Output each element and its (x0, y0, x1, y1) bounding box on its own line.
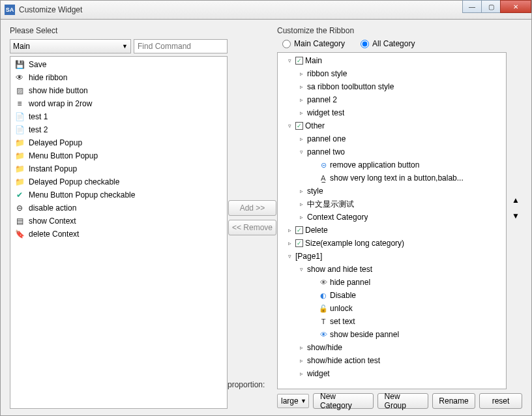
expand-closed-icon[interactable]: ▹ (286, 227, 293, 233)
command-item[interactable]: ▤show Context (12, 215, 226, 228)
command-item[interactable]: 📁Instant Popup (12, 162, 226, 175)
expand-closed-icon[interactable]: ▹ (298, 357, 305, 364)
radio-main-input[interactable] (282, 40, 291, 48)
tree-checkbox[interactable]: ✓ (295, 239, 303, 247)
expand-open-icon[interactable]: ▿ (286, 57, 293, 64)
expand-closed-icon[interactable]: ▹ (298, 344, 305, 351)
command-item[interactable]: 📄test 2 (12, 123, 226, 136)
tree-row[interactable]: ▹widget (279, 367, 505, 380)
command-item[interactable]: 📁Delayed Popup (12, 136, 226, 149)
expand-closed-icon[interactable]: ▹ (298, 97, 305, 103)
radio-all-input[interactable] (361, 40, 369, 48)
wrap-icon: ≡ (14, 98, 25, 109)
tree-row[interactable]: ▿pannel two (279, 145, 505, 158)
command-list[interactable]: 💾Save👁hide ribbon▨show hide button≡word … (10, 56, 228, 409)
maximize-button[interactable]: ▢ (481, 0, 501, 13)
tree-row[interactable]: ▹sa ribbon toolbutton style (279, 80, 505, 93)
tree-row[interactable]: ▹pannel 2 (279, 93, 505, 106)
tree-checkbox[interactable]: ✓ (295, 57, 303, 65)
search-input[interactable] (138, 42, 224, 51)
reset-button[interactable]: reset (479, 393, 522, 409)
tree-row[interactable]: ▹Context Category (279, 211, 505, 224)
expand-closed-icon[interactable]: ▹ (298, 110, 305, 116)
expand-open-icon[interactable]: ▿ (286, 253, 293, 260)
left-section-label: Please Select (10, 26, 228, 35)
expand-closed-icon[interactable]: ▹ (298, 370, 305, 377)
command-label: hide ribbon (29, 73, 67, 82)
expand-closed-icon[interactable]: ▹ (298, 201, 305, 207)
expand-closed-icon[interactable]: ▹ (298, 83, 305, 90)
tree-row[interactable]: ▹show/hide (279, 341, 505, 354)
command-item[interactable]: 💾Save (12, 58, 226, 71)
command-item[interactable]: ▨show hide button (12, 84, 226, 97)
tree-label: show beside pannel (330, 330, 399, 339)
tree-label: widget (307, 369, 330, 378)
eye-icon: 👁 (14, 72, 25, 83)
tree-row[interactable]: 🔓unlock (279, 302, 505, 315)
tree-checkbox[interactable]: ✓ (295, 122, 303, 130)
check-icon: ✔ (14, 190, 25, 200)
tree-row[interactable]: ▿✓Other (279, 119, 505, 132)
search-input-wrap[interactable] (134, 39, 228, 53)
tree-label: sa ribbon toolbutton style (307, 82, 394, 91)
command-item[interactable]: 🔖delete Context (12, 228, 226, 241)
tree-row[interactable]: ▹ribbon style (279, 67, 505, 80)
command-item[interactable]: 📁Delayed Popup checkable (12, 175, 226, 188)
expand-closed-icon[interactable]: ▹ (298, 188, 305, 194)
tree-row[interactable]: 👁hide pannel (279, 276, 505, 289)
tree-row[interactable]: ▹widget test (279, 106, 505, 119)
proportion-combo[interactable]: large ▼ (277, 394, 309, 408)
tree-row[interactable]: Tset text (279, 315, 505, 328)
tree-row[interactable]: A̲show very long text in a button,balab.… (279, 171, 505, 185)
proportion-label: proportion: (228, 380, 277, 389)
ribbon-tree[interactable]: ▿✓Main▹ribbon style▹sa ribbon toolbutton… (277, 52, 507, 389)
remove-icon: ⊝ (319, 160, 328, 170)
tree-row[interactable]: ▹中文显示测试 (279, 198, 505, 211)
tree-row[interactable]: ▿[Page1] (279, 250, 505, 263)
minimize-button[interactable]: — (462, 0, 482, 13)
tree-row[interactable]: ⊝remove application button (279, 158, 505, 171)
tree-label: [Page1] (295, 252, 322, 261)
tree-row[interactable]: 👁show beside pannel (279, 328, 505, 341)
tree-row[interactable]: ▹style (279, 185, 505, 198)
new-group-button[interactable]: New Group (377, 393, 428, 409)
expand-closed-icon[interactable]: ▹ (298, 136, 305, 142)
tree-row[interactable]: ▿show and hide test (279, 263, 505, 276)
tree-row[interactable]: ◐Disable (279, 289, 505, 302)
expand-open-icon[interactable]: ▿ (298, 149, 305, 155)
command-item[interactable]: ≡word wrap in 2row (12, 97, 226, 110)
tree-checkbox[interactable]: ✓ (295, 226, 303, 234)
chevron-down-icon: ▼ (301, 398, 306, 404)
expand-open-icon[interactable]: ▿ (286, 123, 293, 129)
folder-icon: 📁 (14, 138, 25, 148)
remove-button[interactable]: << Remove (228, 220, 276, 235)
move-up-button[interactable]: ▲ (512, 196, 520, 205)
command-label: test 2 (29, 125, 48, 134)
new-category-button[interactable]: New Category (313, 393, 374, 409)
command-item[interactable]: 📁Menu Button Popup (12, 149, 226, 162)
command-item[interactable]: 📄test 1 (12, 110, 226, 123)
command-item[interactable]: 👁hide ribbon (12, 71, 226, 84)
rename-button[interactable]: Rename (432, 393, 475, 409)
category-combo[interactable]: Main ▼ (10, 39, 131, 53)
command-item[interactable]: ✔Menu Button Popup checkable (12, 188, 226, 201)
expand-closed-icon[interactable]: ▹ (298, 214, 305, 220)
radio-main-category[interactable]: Main Category (282, 39, 345, 48)
expand-closed-icon[interactable]: ▹ (298, 70, 305, 77)
add-button[interactable]: Add >> (228, 200, 276, 216)
expand-closed-icon[interactable]: ▹ (286, 240, 293, 246)
doc-icon: 📄 (14, 125, 25, 135)
tree-row[interactable]: ▹show/hide action test (279, 354, 505, 367)
close-button[interactable]: ✕ (500, 0, 531, 13)
tree-row[interactable]: ▹pannel one (279, 132, 505, 145)
move-down-button[interactable]: ▼ (512, 211, 520, 220)
chevron-down-icon: ▼ (122, 43, 128, 50)
tree-row[interactable]: ▹✓Size(example long category) (279, 237, 505, 250)
tree-row[interactable]: ▹✓Delete (279, 224, 505, 237)
tree-row[interactable]: ▿✓Main (279, 54, 505, 67)
tree-label: pannel one (307, 134, 346, 143)
expand-open-icon[interactable]: ▿ (298, 266, 305, 273)
radio-all-category[interactable]: All Category (361, 39, 415, 48)
command-item[interactable]: ⊖disable action (12, 201, 226, 215)
command-label: word wrap in 2row (29, 99, 92, 108)
